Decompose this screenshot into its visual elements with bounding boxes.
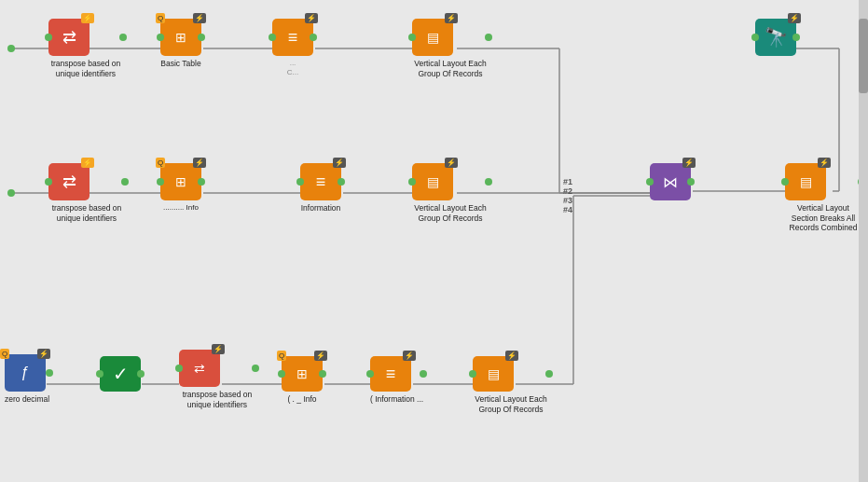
in-dot-merge — [646, 178, 654, 186]
info-doc-icon-row3: ≡ ⚡ — [370, 356, 411, 392]
out-dot-tr2 — [121, 178, 129, 186]
in-dot-vl3 — [469, 370, 476, 378]
info-icon-row2: ≡ ⚡ — [300, 163, 341, 200]
check-icon: ✓ — [100, 356, 141, 392]
transpose-label-row2: transpose based on unique identifiers — [48, 203, 125, 223]
node-output-final[interactable]: ▤ ⚡ Vertical Layout Section Breaks All R… — [785, 163, 861, 233]
q-badge-r3: Q — [277, 351, 286, 361]
node-transpose-row2[interactable]: ⇄ ⚡ transpose based on unique identifier… — [48, 163, 125, 223]
basic-table-icon: ⊞ Q ⚡ — [160, 19, 201, 56]
node-vlayout-row1[interactable]: ▤ ⚡ Vertical Layout Each Group Of Record… — [412, 19, 489, 78]
vlayout-icon-row3: ▤ ⚡ — [473, 356, 514, 392]
workflow-canvas: #1 #2 #3 #4 ⇄ ⚡ transpose based on uniqu… — [0, 0, 868, 482]
vlayout-label-row2: Vertical Layout Each Group Of Records — [412, 203, 489, 223]
transpose-icon-row2: ⇄ ⚡ — [48, 163, 90, 200]
node-merge[interactable]: ⋈ ⚡ — [650, 163, 691, 200]
out-dot-tq3 — [319, 370, 326, 378]
node-teal-find[interactable]: 🔭 ⚡ — [755, 19, 796, 56]
l-badge-r2: ⚡ — [193, 158, 206, 168]
input-dot-row1 — [7, 45, 15, 52]
svg-text:#2: #2 — [563, 186, 572, 196]
l-badge-vl1: ⚡ — [445, 13, 458, 23]
node-transpose-row3[interactable]: ⇄ ⚡ transpose based on unique identifier… — [179, 350, 255, 409]
q-badge-r2: Q — [156, 158, 165, 168]
out-dot-id3 — [420, 370, 427, 378]
in-dot-tr2 — [45, 178, 52, 186]
basic-table-label: Basic Table — [160, 59, 201, 69]
in-dot-bt — [157, 34, 164, 41]
node-table-q-row3[interactable]: ⊞ Q ⚡ ( . _ Info — [282, 356, 323, 405]
node-info-row2[interactable]: ≡ ⚡ Information — [300, 163, 341, 213]
input-dot-row2 — [7, 189, 15, 197]
q-badge-bt: Q — [156, 13, 165, 23]
in-dot-transpose-r1 — [45, 34, 52, 41]
l-badge-vl3: ⚡ — [505, 351, 518, 361]
find-icon: 🔭 ⚡ — [755, 19, 796, 56]
l-badge-info2: ⚡ — [333, 158, 346, 168]
doc-label-row1: ...C... — [272, 59, 313, 77]
transpose-label-row1: transpose based on unique identifiers — [48, 59, 123, 78]
in-dot-teal — [751, 34, 759, 41]
in-dot-vl2 — [408, 178, 416, 186]
in-dot-tq3 — [278, 370, 285, 378]
in-dot-id3 — [366, 370, 374, 378]
q-badge-zd: Q — [0, 349, 9, 359]
transpose-label-row3: transpose based on unique identifiers — [179, 390, 255, 409]
in-dot-final — [781, 178, 789, 186]
in-dot-check — [96, 370, 103, 378]
node-vlayout-row2[interactable]: ▤ ⚡ Vertical Layout Each Group Of Record… — [412, 163, 489, 223]
lightning-badge-row1: ⚡ — [81, 13, 94, 23]
l-badge-tq3: ⚡ — [314, 351, 327, 361]
svg-text:#4: #4 — [563, 205, 572, 214]
transpose-icon-row1: ⇄ ⚡ — [48, 19, 90, 56]
l-badge-vl2: ⚡ — [445, 158, 458, 168]
out-dot-vl3 — [545, 370, 553, 378]
vlayout-icon-row2: ▤ ⚡ — [412, 163, 453, 200]
table-q-label-row3: ( . _ Info — [282, 394, 323, 405]
in-dot-tq2 — [157, 178, 164, 186]
in-dot-info2 — [296, 178, 304, 186]
node-zero-decimal[interactable]: ƒ Q ⚡ zero decimal — [5, 354, 49, 405]
node-info-doc-row3[interactable]: ≡ ⚡ ( Information ... — [370, 356, 423, 405]
node-vlayout-row3[interactable]: ▤ ⚡ Vertical Layout Each Group Of Record… — [473, 356, 549, 414]
out-dot-teal — [792, 34, 800, 41]
node-table-q-row2[interactable]: ⊞ Q ⚡ .......... Info — [160, 163, 201, 213]
svg-text:#1: #1 — [563, 177, 572, 186]
node-transpose-row1[interactable]: ⇄ ⚡ transpose based on unique identifier… — [48, 19, 123, 78]
transpose-icon-row3: ⇄ ⚡ — [179, 350, 220, 387]
out-dot-tr3 — [252, 365, 259, 372]
output-final-icon: ▤ ⚡ — [785, 163, 826, 200]
l-badge-tr2: ⚡ — [81, 158, 94, 168]
out-dot-check — [137, 370, 145, 378]
vlayout-label-row1: Vertical Layout Each Group Of Records — [412, 59, 489, 78]
output-final-label: Vertical Layout Section Breaks All Recor… — [785, 203, 861, 233]
out-dot-tq2 — [198, 178, 205, 186]
l-badge-doc1: ⚡ — [305, 13, 318, 23]
zero-decimal-icon: ƒ Q ⚡ — [5, 354, 46, 392]
out-dot-doc1 — [310, 34, 317, 41]
l-badge-bt: ⚡ — [193, 13, 206, 23]
doc-icon-row1: ≡ ⚡ — [272, 19, 313, 56]
svg-text:#3: #3 — [563, 196, 572, 205]
l-badge-merge: ⚡ — [682, 158, 696, 168]
in-dot-doc1 — [269, 34, 276, 41]
scrollbar-right[interactable] — [859, 0, 868, 482]
out-dot-info2 — [338, 178, 345, 186]
l-badge-id3: ⚡ — [403, 351, 416, 361]
in-dot-tr3 — [175, 365, 183, 372]
out-dot-merge — [687, 178, 695, 186]
info-label-row2: Information — [300, 203, 341, 213]
node-basic-table-row1[interactable]: ⊞ Q ⚡ Basic Table — [160, 19, 201, 69]
l-badge-zd: ⚡ — [37, 349, 50, 359]
node-doc-row1[interactable]: ≡ ⚡ ...C... — [272, 19, 313, 77]
scrollbar-thumb[interactable] — [859, 19, 868, 93]
out-dot-bt — [198, 34, 205, 41]
node-teal-check[interactable]: ✓ — [100, 356, 141, 392]
out-dot-vl1 — [485, 34, 492, 41]
merge-icon: ⋈ ⚡ — [650, 163, 691, 200]
in-dot-vl1 — [408, 34, 416, 41]
l-badge-teal: ⚡ — [788, 13, 801, 23]
out-dot-vl2 — [485, 178, 492, 186]
table-q-label-row2: .......... Info — [160, 203, 201, 213]
l-badge-out: ⚡ — [818, 158, 831, 168]
